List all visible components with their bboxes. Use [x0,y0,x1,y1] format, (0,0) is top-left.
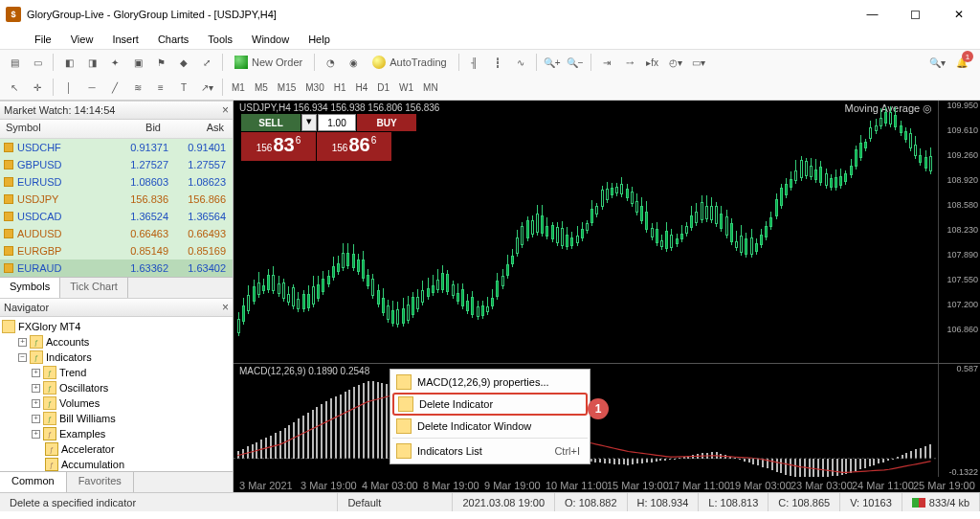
close-button[interactable]: ✕ [937,0,980,29]
tb-templates-icon[interactable]: ▭▾ [688,52,709,73]
tree-item[interactable]: +ƒVolumes [2,395,231,411]
tree-item[interactable]: ƒAccumulation [2,457,231,471]
menu-view[interactable]: View [61,29,103,49]
tb-terminal-icon[interactable]: ▣ [127,52,148,73]
tb-fullscreen-icon[interactable]: ⤢ [196,52,217,73]
tb-fibo-icon[interactable]: ≡ [150,77,171,98]
tree-item[interactable]: +ƒTrend [2,365,231,380]
marketwatch-row[interactable]: EURAUD1.633621.63402 [0,260,233,277]
autotrading-button[interactable]: AutoTrading [366,52,454,73]
tree-toggle[interactable]: + [32,430,40,439]
tree-root[interactable]: FXGlory MT4 [2,319,231,334]
marketwatch-row[interactable]: USDJPY156.836156.866 [0,191,233,208]
tb-channel-icon[interactable]: ≋ [127,77,148,98]
marketwatch-column-header: Symbol Bid Ask [0,120,233,139]
tf-w1[interactable]: W1 [395,82,417,93]
maximize-button[interactable] [894,0,937,29]
menu-window[interactable]: Window [242,29,299,49]
context-menu-item[interactable]: MACD(12,26,9) properties... [392,372,588,393]
menu-charts[interactable]: Charts [148,29,198,49]
marketwatch-row[interactable]: EURGBP0.851490.85169 [0,242,233,260]
tb-arrows-icon[interactable]: ↗▾ [196,77,217,98]
tb-hline-icon[interactable]: ─ [81,77,102,98]
tree-item[interactable]: +ƒAccounts [2,334,231,350]
marketwatch-row[interactable]: AUDUSD0.664630.66493 [0,225,233,242]
tb-metaquotes-icon[interactable]: ◔ [320,52,341,73]
tb-marketwatch-icon[interactable]: ◧ [58,52,79,73]
tf-mn[interactable]: MN [419,82,442,93]
tab-common[interactable]: Common [0,472,67,492]
tb-zoom-out-icon[interactable]: 🔍− [565,52,586,73]
candlestick-canvas [234,114,938,346]
menu-file[interactable]: File [25,29,61,49]
tb-options-icon[interactable]: ◆ [173,52,194,73]
tb-strategy-tester-icon[interactable]: ⚑ [150,52,171,73]
tree-item[interactable]: +ƒExamples [2,426,231,441]
symbol-icon [4,160,13,169]
eye-icon[interactable]: ◎ [923,102,932,114]
tf-h4[interactable]: H4 [352,82,372,93]
tb-signals-icon[interactable]: ◉ [343,52,364,73]
tb-new-chart-icon[interactable]: ▤ [4,52,25,73]
tb-cursor-icon[interactable]: ↖ [4,77,25,98]
tree-toggle[interactable]: + [32,399,40,408]
context-menu-item[interactable]: Delete Indicator [392,393,588,416]
tb-indicators-icon[interactable]: ▸fx [642,52,663,73]
context-menu-item[interactable]: Delete Indicator Window [392,416,588,439]
tree-item[interactable]: +ƒBill Williams [2,411,231,426]
tb-profiles-icon[interactable]: ▭ [27,52,48,73]
status-connection[interactable]: 833/4 kb [902,493,980,511]
folder-icon: ƒ [43,412,56,425]
marketwatch-row[interactable]: USDCAD1.365241.36564 [0,208,233,225]
tb-trendline-icon[interactable]: ╱ [104,77,125,98]
tf-h1[interactable]: H1 [330,82,350,93]
symbol-icon [4,194,13,204]
symbol-icon [4,212,13,221]
tf-m5[interactable]: M5 [251,82,272,93]
status-close: C: 108.865 [768,493,840,511]
menu-tools[interactable]: Tools [198,29,242,49]
tb-text-icon[interactable]: T [173,77,194,98]
alerts-icon[interactable]: 🔔1 [951,52,972,73]
minimize-button[interactable]: — [851,0,894,29]
tb-periods-icon[interactable]: ◴▾ [665,52,686,73]
tab-tickchart[interactable]: Tick Chart [60,278,128,298]
tree-toggle[interactable]: + [32,384,40,393]
tb-line-chart-icon[interactable]: ∿ [510,52,531,73]
status-profile[interactable]: Default [338,493,453,511]
context-menu-item[interactable]: Indicators ListCtrl+I [392,440,588,462]
macd-subwindow[interactable]: MACD(12,26,9) 0.1890 0.2548 0.587 -0.132… [234,364,980,477]
tab-symbols[interactable]: Symbols [0,278,60,298]
navigator-close-icon[interactable]: × [222,301,229,314]
tree-item[interactable]: −ƒIndicators [2,350,231,365]
marketwatch-row[interactable]: EURUSD1.086031.08623 [0,173,233,191]
tb-navigator-icon[interactable]: ✦ [104,52,125,73]
tb-datawindow-icon[interactable]: ◨ [81,52,102,73]
marketwatch-row[interactable]: USDCHF0.913710.91401 [0,139,233,156]
tb-crosshair-icon[interactable]: ✛ [27,77,48,98]
new-order-button[interactable]: New Order [228,52,309,73]
tb-bar-chart-icon[interactable]: ╢ [464,52,485,73]
tb-vline-icon[interactable]: │ [58,77,79,98]
menu-help[interactable]: Help [299,29,340,49]
tb-candle-chart-icon[interactable]: ┇ [487,52,508,73]
tree-toggle[interactable]: + [18,338,27,347]
menu-insert[interactable]: Insert [102,29,148,49]
tf-d1[interactable]: D1 [373,82,393,93]
tb-zoom-in-icon[interactable]: 🔍+ [542,52,563,73]
tf-m15[interactable]: M15 [274,82,300,93]
tree-toggle[interactable]: + [32,369,40,377]
chart-area[interactable]: USDJPY,H4 156.934 156.938 156.806 156.83… [234,101,980,492]
tf-m1[interactable]: M1 [228,82,249,93]
marketwatch-row[interactable]: GBPUSD1.275271.27557 [0,156,233,173]
tf-m30[interactable]: M30 [301,82,327,93]
search-icon[interactable]: 🔍▾ [926,52,947,73]
tree-item[interactable]: ƒAccelerator [2,441,231,457]
tb-chartshift-icon[interactable]: ⤍ [619,52,640,73]
tb-autoscroll-icon[interactable]: ⇥ [596,52,617,73]
tab-favorites[interactable]: Favorites [67,472,134,492]
tree-toggle[interactable]: − [18,353,27,362]
marketwatch-close-icon[interactable]: × [222,103,229,117]
tree-toggle[interactable]: + [32,415,40,423]
tree-item[interactable]: +ƒOscillators [2,380,231,395]
